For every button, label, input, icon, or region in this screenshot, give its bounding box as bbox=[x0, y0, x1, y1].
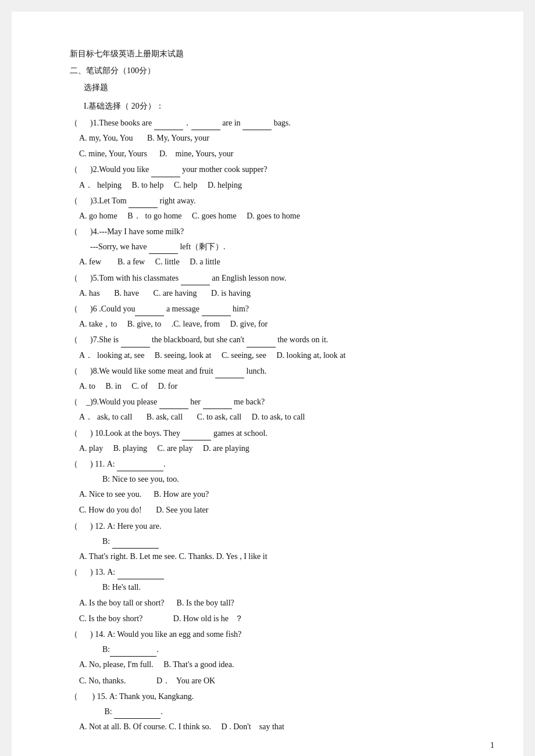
q2-options: A． helping B. to help C. help D. helping bbox=[79, 178, 477, 192]
question-1: （ )1.These books are ． are in bags. A. m… bbox=[70, 116, 477, 162]
q1-options-c: C. mine, Your, Yours D. mine, Yours, you… bbox=[79, 146, 477, 161]
question-12: （ ) 12. A: Here you are. B: A. That's ri… bbox=[70, 519, 477, 564]
q7-text: （ )7.She is the blackboard, but she can'… bbox=[70, 332, 477, 347]
q13-options-a: A. Is the boy tall or short? B. Is the b… bbox=[79, 596, 477, 610]
q11-b: B: Nice to see you, too. bbox=[70, 472, 477, 486]
q9-text: （ _)9.Would you please her me back? bbox=[70, 395, 477, 409]
q5-text: （ )5.Tom with his classmates an English … bbox=[70, 271, 477, 285]
q14-options-c: C. No, thanks. D． You are OK bbox=[79, 673, 477, 688]
q11-options-c: C. How do you do! D. See you later bbox=[79, 503, 477, 517]
question-9: （ _)9.Would you please her me back? A． a… bbox=[70, 395, 477, 424]
q5-options: A. has B. have C. are having D. is havin… bbox=[79, 286, 477, 300]
q10-options: A. play B. playing C. are play D. are pl… bbox=[79, 441, 477, 456]
q14-options-a: A. No, please, I'm full. B. That's a goo… bbox=[79, 657, 477, 672]
q15-text: （ ) 15. A: Thank you, Kangkang. bbox=[70, 689, 477, 704]
question-13: （ ) 13. A: B: He's tall. A. Is the boy t… bbox=[70, 565, 477, 626]
q4-options: A. few B. a few C. little D. a little bbox=[79, 255, 477, 269]
question-6: （ )6 .Could you a message him? A. take，t… bbox=[70, 302, 477, 331]
q4-text2: ---Sorry, we have left（剩下）. bbox=[70, 239, 477, 254]
q13-options-c: C. Is the boy short? D. How old is he ？ bbox=[79, 611, 477, 626]
q13-b: B: He's tall. bbox=[70, 580, 477, 594]
q13-text: （ ) 13. A: bbox=[70, 565, 477, 579]
q15-b: B: . bbox=[70, 704, 477, 719]
question-15: （ ) 15. A: Thank you, Kangkang. B: . A. … bbox=[70, 689, 477, 734]
q11-options-a: A. Nice to see you. B. How are you? bbox=[79, 487, 477, 501]
q15-options: A. Not at all. B. Of course. C. I think … bbox=[79, 719, 477, 734]
q1-paren: （ )1.These books are ． are in bags. bbox=[70, 119, 291, 127]
question-2: （ )2.Would you like your mother cook sup… bbox=[70, 162, 477, 192]
q14-b: B:. bbox=[70, 642, 477, 657]
page-title: 新目标七年级英语上册期末试题 bbox=[70, 46, 477, 61]
q1-options-a: A. my, You, You B. My, Yours, your bbox=[79, 131, 477, 145]
q3-options: A. go home B． to go home C. goes home D.… bbox=[79, 209, 477, 223]
section-title: 二、笔试部分（100分） bbox=[70, 63, 477, 78]
page-number: 1 bbox=[490, 738, 494, 753]
q14-text: （ ) 14. A: Would you like an egg and som… bbox=[70, 627, 477, 642]
q12-text: （ ) 12. A: Here you are. bbox=[70, 519, 477, 533]
q12-b: B: bbox=[70, 534, 477, 549]
question-14: （ ) 14. A: Would you like an egg and som… bbox=[70, 627, 477, 688]
question-3: （ )3.Let Tom right away. A. go home B． t… bbox=[70, 194, 477, 223]
exam-page: 新目标七年级英语上册期末试题 二、笔试部分（100分） 选择题 I.基础选择（ … bbox=[12, 12, 523, 756]
q10-text: （ ) 10.Look at the boys. They games at s… bbox=[70, 426, 477, 440]
q1-text: （ )1.These books are ． are in bags. bbox=[70, 116, 477, 130]
q6-text: （ )6 .Could you a message him? bbox=[70, 302, 477, 316]
q2-text: （ )2.Would you like your mother cook sup… bbox=[70, 162, 477, 177]
q8-text: （ )8.We would like some meat and fruit l… bbox=[70, 364, 477, 378]
question-8: （ )8.We would like some meat and fruit l… bbox=[70, 364, 477, 393]
q12-options: A. That's right. B. Let me see. C. Thank… bbox=[79, 549, 477, 564]
question-7: （ )7.She is the blackboard, but she can'… bbox=[70, 332, 477, 362]
q3-text: （ )3.Let Tom right away. bbox=[70, 194, 477, 208]
question-11: （ ) 11. A: . B: Nice to see you, too. A.… bbox=[70, 457, 477, 518]
q8-options: A. to B. in C. of D. for bbox=[79, 379, 477, 393]
question-10: （ ) 10.Look at the boys. They games at s… bbox=[70, 426, 477, 456]
subsection-title: 选择题 bbox=[84, 80, 477, 95]
q4-text1: （ )4.---May I have some milk? bbox=[70, 224, 477, 239]
part1-title: I.基础选择（ 20分）： bbox=[84, 99, 477, 113]
question-5: （ )5.Tom with his classmates an English … bbox=[70, 271, 477, 300]
q7-options: A． looking at, see B. seeing, look at C.… bbox=[79, 348, 477, 363]
q6-options: A. take，to B. give, to .C. leave, from D… bbox=[79, 317, 477, 331]
question-4: （ )4.---May I have some milk? ---Sorry, … bbox=[70, 224, 477, 270]
q11-text: （ ) 11. A: . bbox=[70, 457, 477, 471]
q9-options: A． ask, to call B. ask, call C. to ask, … bbox=[79, 410, 477, 424]
